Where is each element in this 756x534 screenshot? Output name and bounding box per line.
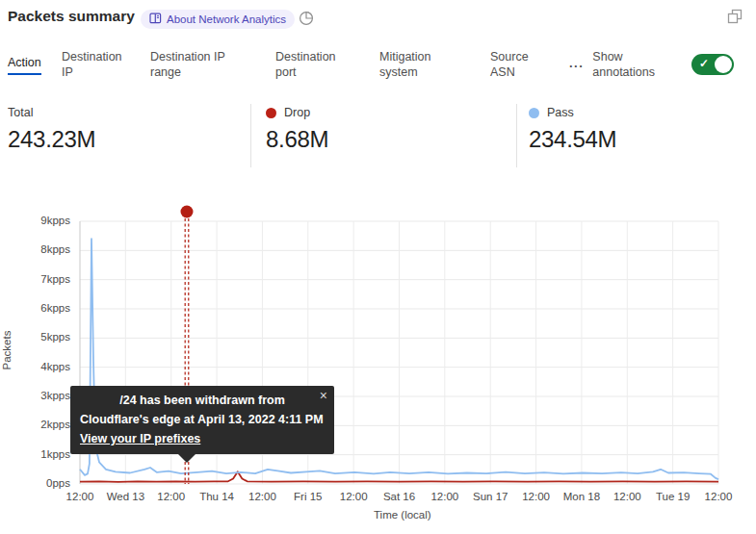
stat-total: Total 243.23M — [8, 106, 95, 153]
tooltip-line2: Cloudflare's edge at April 13, 2022 4:11… — [80, 410, 325, 429]
tab-action[interactable]: Action — [8, 55, 46, 75]
stat-total-value: 243.23M — [8, 126, 95, 153]
stat-drop-label: Drop — [284, 106, 310, 119]
y-tick-label: 7kpps — [20, 273, 70, 285]
tab-mitigation-system[interactable]: Mitigation system — [379, 49, 445, 80]
x-tick-label: 12:00 — [420, 491, 470, 502]
annotation-marker-dot[interactable] — [180, 206, 193, 218]
page-title: Packets summary — [8, 8, 135, 25]
y-axis-title: Packets — [1, 331, 13, 370]
x-tick-label: Mon 18 — [557, 491, 607, 502]
stat-total-label: Total — [8, 106, 33, 119]
tooltip-line1: /24 has been withdrawn from — [80, 391, 325, 410]
y-tick-label: 8kpps — [20, 243, 70, 255]
x-tick-label: 12:00 — [55, 491, 105, 502]
pie-chart-icon[interactable] — [299, 11, 314, 26]
x-tick-label: Wed 13 — [100, 491, 150, 502]
y-tick-label: 5kpps — [20, 331, 70, 343]
tab-destination-port[interactable]: Destination port — [275, 49, 345, 80]
x-tick-label: Fri 15 — [283, 491, 333, 502]
x-tick-label: Thu 14 — [192, 491, 242, 502]
y-tick-label: 1kpps — [20, 448, 70, 460]
stat-drop: Drop 8.68M — [266, 106, 328, 153]
y-tick-label: 3kpps — [20, 390, 70, 401]
show-annotations-toggle[interactable]: ✓ — [691, 54, 734, 75]
x-tick-label: 12:00 — [602, 491, 652, 502]
more-tabs-button[interactable]: ... — [569, 56, 584, 70]
drop-legend-dot — [266, 108, 276, 118]
y-tick-label: 9kpps — [20, 215, 70, 226]
close-icon[interactable]: × — [320, 388, 327, 403]
check-icon: ✓ — [699, 57, 709, 70]
x-tick-label: 12:00 — [511, 491, 561, 502]
x-tick-label: Sat 16 — [375, 491, 425, 502]
expand-window-icon[interactable] — [727, 9, 743, 25]
x-tick-label: 12:00 — [328, 491, 378, 502]
tooltip-arrow — [178, 454, 196, 463]
drop-line — [80, 471, 718, 482]
divider — [250, 104, 251, 167]
tab-source-asn[interactable]: Source ASN — [490, 49, 536, 80]
y-tick-label: 0pps — [20, 477, 70, 489]
pass-legend-dot — [529, 108, 539, 118]
y-tick-label: 6kpps — [20, 302, 70, 314]
stat-pass: Pass 234.54M — [529, 106, 616, 153]
book-icon — [149, 13, 162, 26]
stat-drop-value: 8.68M — [266, 126, 328, 153]
x-tick-label: Tue 19 — [648, 491, 698, 502]
show-annotations-label: Show annotations — [592, 49, 667, 80]
x-axis-title: Time (local) — [374, 509, 431, 521]
x-tick-label: 12:00 — [237, 491, 287, 502]
stat-pass-label: Pass — [547, 106, 574, 119]
annotation-tooltip: × /24 has been withdrawn from Cloudflare… — [70, 386, 334, 454]
stats-row: Total 243.23M Drop 8.68M Pass 234.54M — [0, 100, 756, 169]
packets-summary-panel: Packets summary About Network Analytics … — [0, 0, 756, 534]
x-tick-label: 12:00 — [693, 491, 743, 502]
divider — [516, 104, 517, 167]
y-tick-label: 4kpps — [20, 361, 70, 372]
x-tick-label: Sun 17 — [465, 491, 515, 502]
tab-destination-ip[interactable]: Destination IP — [62, 49, 131, 80]
x-tick-label: 12:00 — [146, 491, 196, 502]
y-tick-label: 2kpps — [20, 419, 70, 430]
view-ip-prefixes-link[interactable]: View your IP prefixes — [80, 432, 200, 445]
stat-pass-value: 234.54M — [529, 126, 616, 153]
dimension-tabs: Action Destination IP Destination IP ran… — [8, 42, 748, 87]
about-badge-label: About Network Analytics — [167, 13, 286, 25]
toggle-knob — [715, 56, 732, 73]
about-network-analytics-badge[interactable]: About Network Analytics — [141, 10, 295, 29]
tab-destination-ip-range[interactable]: Destination IP range — [150, 49, 235, 80]
